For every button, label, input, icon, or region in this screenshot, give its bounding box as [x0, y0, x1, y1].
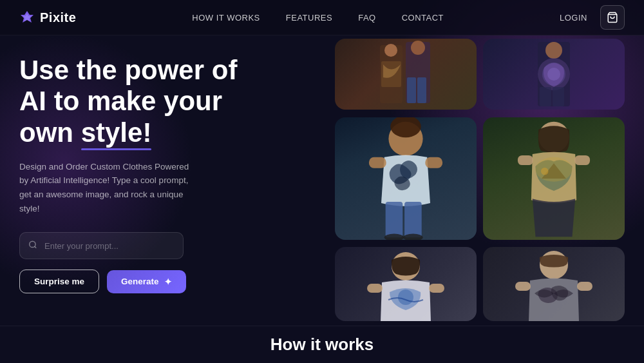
prompt-input-wrapper — [19, 232, 322, 259]
nav-contact[interactable]: CONTACT — [402, 13, 444, 23]
generate-button[interactable]: Generate ✦ — [107, 270, 186, 293]
svg-rect-35 — [515, 282, 531, 291]
nav-how-it-works[interactable]: HOW IT WORKS — [192, 13, 260, 23]
svg-rect-36 — [577, 282, 592, 291]
person-figure-6 — [483, 247, 625, 321]
svg-point-31 — [398, 289, 413, 305]
svg-point-5 — [384, 44, 397, 57]
nav-features[interactable]: FEATURES — [286, 13, 332, 23]
svg-point-11 — [545, 42, 562, 59]
cart-button[interactable] — [600, 5, 625, 30]
sparkle-icon: ✦ — [164, 277, 172, 287]
login-button[interactable]: LOGIN — [560, 13, 587, 23]
image-card-mid-left — [335, 117, 477, 240]
surprise-button[interactable]: Surprise me — [19, 270, 99, 293]
image-grid — [335, 35, 625, 326]
person-figure-4 — [483, 117, 625, 240]
image-card-bot-right — [483, 247, 625, 321]
nav-links: HOW IT WORKS FEATURES FAQ CONTACT — [192, 13, 444, 23]
svg-point-6 — [411, 41, 425, 55]
person-figure-1 — [335, 39, 477, 110]
image-card-top-left — [335, 39, 477, 110]
nav-faq[interactable]: FAQ — [358, 13, 376, 23]
svg-rect-9 — [417, 77, 426, 103]
how-title: How it works — [270, 335, 374, 355]
image-card-bot-left — [335, 247, 477, 321]
nav-right: LOGIN — [560, 5, 625, 30]
svg-point-1 — [30, 242, 35, 248]
button-row: Surprise me Generate ✦ — [19, 270, 322, 293]
svg-line-2 — [35, 246, 37, 248]
main-section: Use the power of AI to make your own sty… — [0, 35, 644, 326]
hero-subtitle: Design and Order Custom Clothes Powered … — [19, 160, 200, 215]
svg-rect-32 — [367, 284, 383, 293]
svg-rect-16 — [553, 87, 564, 106]
logo-text: Pixite — [40, 10, 76, 25]
navbar: Pixite HOW IT WORKS FEATURES FAQ CONTACT… — [0, 0, 644, 35]
svg-rect-15 — [540, 87, 551, 106]
svg-rect-19 — [369, 157, 386, 168]
hero-title-highlight: style! — [81, 117, 152, 148]
svg-rect-20 — [425, 157, 442, 168]
cart-icon — [607, 12, 618, 23]
svg-rect-33 — [429, 284, 444, 293]
image-card-mid-right — [483, 117, 625, 240]
person-figure-5 — [335, 247, 477, 321]
svg-point-27 — [536, 157, 573, 181]
svg-rect-8 — [407, 77, 416, 103]
person-figure-3 — [335, 117, 477, 240]
how-section: How it works — [0, 326, 644, 363]
hero-title: Use the power of AI to make your own sty… — [19, 55, 322, 148]
image-card-top-right — [483, 39, 625, 110]
logo[interactable]: Pixite — [19, 10, 76, 25]
search-icon — [28, 240, 37, 251]
svg-rect-29 — [574, 155, 590, 165]
hero-section: Use the power of AI to make your own sty… — [19, 35, 335, 326]
person-figure-2 — [483, 39, 625, 110]
prompt-input[interactable] — [19, 232, 184, 259]
svg-rect-28 — [518, 155, 533, 165]
svg-rect-22 — [404, 202, 422, 237]
logo-icon — [19, 10, 35, 25]
svg-rect-21 — [386, 202, 403, 237]
